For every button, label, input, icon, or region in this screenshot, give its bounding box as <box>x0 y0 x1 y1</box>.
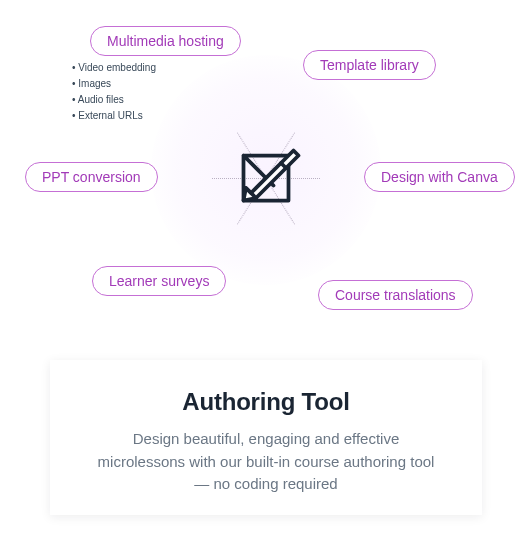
feature-diagram: Multimedia hosting Template library PPT … <box>0 0 532 340</box>
feature-pill-surveys: Learner surveys <box>92 266 226 296</box>
feature-pill-canva: Design with Canva <box>364 162 515 192</box>
pencil-icon <box>226 138 306 218</box>
multimedia-sublist: Video embedding Images Audio files Exter… <box>72 60 156 124</box>
sublist-item: Audio files <box>72 92 156 108</box>
sublist-item: External URLs <box>72 108 156 124</box>
card-description: Design beautiful, engaging and effective… <box>90 428 442 496</box>
feature-pill-template: Template library <box>303 50 436 80</box>
sublist-item: Images <box>72 76 156 92</box>
feature-pill-translations: Course translations <box>318 280 473 310</box>
info-card: Authoring Tool Design beautiful, engagin… <box>50 360 482 515</box>
feature-pill-multimedia: Multimedia hosting <box>90 26 241 56</box>
sublist-item: Video embedding <box>72 60 156 76</box>
card-title: Authoring Tool <box>90 388 442 416</box>
feature-pill-ppt: PPT conversion <box>25 162 158 192</box>
